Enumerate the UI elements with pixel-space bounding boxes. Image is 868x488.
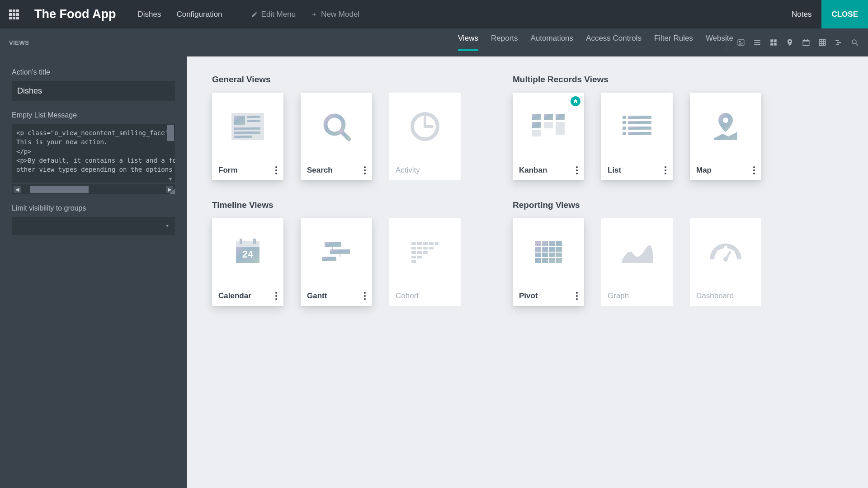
nav-edit-menu-label: Edit Menu <box>261 10 296 19</box>
search-thumb-icon <box>301 93 372 160</box>
card-gantt-label: Gantt <box>307 291 327 300</box>
kebab-icon[interactable] <box>275 292 277 300</box>
section-title-timeline: Timeline Views <box>212 200 513 210</box>
svg-point-90 <box>723 257 728 262</box>
svg-rect-60 <box>330 249 350 254</box>
calendar-view-icon[interactable] <box>802 38 810 47</box>
svg-rect-61 <box>322 257 336 261</box>
chevron-down-icon <box>164 223 170 229</box>
card-dashboard[interactable]: Dashboard <box>690 218 761 306</box>
card-pivot[interactable]: Pivot <box>513 218 584 306</box>
kebab-icon[interactable] <box>576 292 578 300</box>
map-thumb-icon <box>690 93 761 160</box>
h-scrollbar-thumb[interactable] <box>30 186 89 193</box>
graph-thumb-icon <box>601 218 673 286</box>
nav-dishes[interactable]: Dishes <box>137 10 161 19</box>
card-search[interactable]: Search <box>301 93 372 180</box>
kebab-icon[interactable] <box>275 166 277 174</box>
scroll-left-icon[interactable]: ◀ <box>14 186 21 193</box>
card-graph[interactable]: Graph <box>601 218 673 306</box>
card-graph-label: Graph <box>608 291 629 300</box>
svg-rect-20 <box>835 40 839 41</box>
tab-website[interactable]: Website <box>706 34 733 51</box>
svg-point-87 <box>724 246 727 249</box>
card-kanban[interactable]: Kanban <box>513 93 584 180</box>
breadcrumb[interactable]: VIEWS <box>9 39 29 46</box>
svg-rect-78 <box>411 260 416 263</box>
topbar-right: Notes CLOSE <box>782 0 868 28</box>
svg-rect-10 <box>774 43 777 46</box>
tab-reports[interactable]: Reports <box>491 34 518 51</box>
svg-rect-12 <box>803 40 809 42</box>
section-timeline: Timeline Views 24 Calendar Gantt <box>212 200 513 306</box>
nav-new-model-label: New Model <box>321 10 359 19</box>
svg-rect-70 <box>417 247 422 249</box>
svg-rect-55 <box>236 241 259 247</box>
card-activity-label: Activity <box>396 166 420 175</box>
svg-point-52 <box>723 117 728 123</box>
card-dashboard-label: Dashboard <box>696 291 734 300</box>
card-gantt[interactable]: Gantt <box>301 218 372 306</box>
empty-list-textarea[interactable]: <p class="o_view_nocontent_smiling_face"… <box>12 124 175 183</box>
svg-point-23 <box>852 40 856 44</box>
pivot-thumb-icon <box>513 218 584 286</box>
svg-rect-14 <box>807 39 808 41</box>
nav-edit-menu[interactable]: Edit Menu <box>251 10 296 19</box>
dashboard-thumb-icon <box>690 218 761 286</box>
notes-link[interactable]: Notes <box>782 10 821 19</box>
search-icon[interactable] <box>851 38 859 47</box>
kebab-icon[interactable] <box>576 166 578 174</box>
map-view-icon[interactable] <box>786 38 794 47</box>
app-title[interactable]: The Food App <box>34 7 116 21</box>
subbar: VIEWS Views Reports Automations Access C… <box>0 28 868 56</box>
v-scrollbar-thumb[interactable] <box>167 125 174 141</box>
card-list[interactable]: List <box>601 93 673 180</box>
action-title-input[interactable] <box>12 81 175 101</box>
top-nav: Dishes Configuration Edit Menu New Model <box>137 10 359 19</box>
card-map[interactable]: Map <box>690 93 761 180</box>
svg-rect-8 <box>774 39 777 42</box>
svg-rect-71 <box>423 247 428 249</box>
gantt-view-icon[interactable] <box>835 38 843 47</box>
card-calendar[interactable]: 24 Calendar <box>212 218 283 306</box>
list-view-icon[interactable] <box>753 38 761 47</box>
svg-rect-77 <box>417 256 422 258</box>
kebab-icon[interactable] <box>665 166 666 174</box>
resize-handle-icon[interactable] <box>170 189 175 194</box>
apps-icon[interactable] <box>9 9 19 19</box>
svg-rect-75 <box>423 251 428 254</box>
nav-new-model[interactable]: New Model <box>311 10 359 19</box>
card-form[interactable]: Form <box>212 93 283 180</box>
kebab-icon[interactable] <box>753 166 755 174</box>
limit-groups-select[interactable] <box>12 217 175 235</box>
tab-access-controls[interactable]: Access Controls <box>586 34 642 51</box>
svg-rect-59 <box>325 242 341 247</box>
tab-filter-rules[interactable]: Filter Rules <box>654 34 693 51</box>
svg-rect-38 <box>532 122 541 128</box>
svg-rect-1 <box>739 41 741 42</box>
pivot-view-icon[interactable] <box>818 38 826 47</box>
kebab-icon[interactable] <box>364 292 366 300</box>
nav-configuration[interactable]: Configuration <box>176 10 222 19</box>
svg-rect-51 <box>628 132 651 135</box>
kanban-view-icon[interactable] <box>769 38 778 47</box>
svg-rect-41 <box>544 122 553 128</box>
svg-rect-27 <box>247 116 260 118</box>
section-multiple: Multiple Records Views Kanban List <box>513 75 813 180</box>
action-title-label: Action's title <box>12 68 175 76</box>
svg-rect-65 <box>417 242 422 245</box>
kebab-icon[interactable] <box>364 166 366 174</box>
svg-rect-37 <box>532 114 541 120</box>
svg-rect-3 <box>739 44 742 45</box>
tab-views[interactable]: Views <box>458 34 478 51</box>
svg-rect-67 <box>429 242 434 245</box>
scroll-down-icon[interactable]: ▼ <box>167 175 174 183</box>
card-map-label: Map <box>696 166 712 175</box>
tab-automations[interactable]: Automations <box>531 34 574 51</box>
svg-rect-48 <box>623 127 626 130</box>
card-activity[interactable]: Activity <box>389 93 461 180</box>
card-cohort[interactable]: Cohort <box>389 218 461 306</box>
form-thumb-icon <box>212 93 283 160</box>
close-button[interactable]: CLOSE <box>821 0 868 28</box>
card-view-icon[interactable] <box>737 38 745 47</box>
